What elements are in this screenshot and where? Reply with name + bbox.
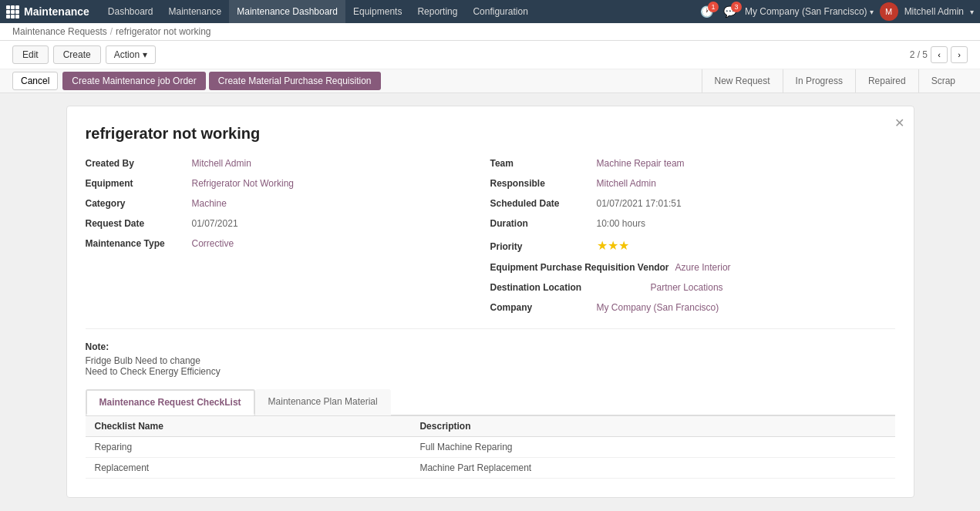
main-content: ✕ refrigerator not working Created By Mi…: [0, 93, 980, 511]
field-company: Company My Company (San Francisco): [490, 302, 895, 313]
stage-new-request[interactable]: New Request: [702, 69, 783, 92]
field-vendor: Equipment Purchase Requisition Vendor Az…: [490, 262, 895, 273]
field-priority: Priority ★★★: [490, 238, 895, 253]
tab-plan-material[interactable]: Maintenance Plan Material: [255, 389, 391, 415]
breadcrumb-current: refrigerator not working: [116, 26, 210, 37]
duration-value: 10:00 hours: [597, 218, 645, 229]
maintenance-type-value[interactable]: Corrective: [192, 238, 234, 249]
create-job-order-button[interactable]: Create Maintenance job Order: [62, 72, 205, 90]
form-fields: Created By Mitchell Admin Equipment Refr…: [86, 158, 895, 316]
menu-maintenance-dashboard[interactable]: Maintenance Dashboard: [229, 0, 345, 23]
menu-configuration[interactable]: Configuration: [465, 0, 535, 23]
chevron-down-icon: ▾: [870, 8, 874, 16]
clock-badge: 1: [708, 2, 719, 12]
chat-notification[interactable]: 💬 3: [722, 3, 739, 20]
form-title: refrigerator not working: [86, 125, 895, 143]
checklist-name-1: Reparing: [86, 437, 411, 458]
menu-equipments[interactable]: Equipments: [345, 0, 409, 23]
close-button[interactable]: ✕: [894, 116, 904, 130]
pagination: 2 / 5 ‹ ›: [910, 46, 968, 63]
col-description: Description: [410, 416, 894, 437]
pagination-prev[interactable]: ‹: [931, 46, 948, 63]
action-bar: Edit Create Action ▾ 2 / 5 ‹ ›: [0, 41, 980, 69]
pagination-text: 2 / 5: [910, 49, 928, 60]
responsible-value[interactable]: Mitchell Admin: [597, 178, 656, 189]
create-purchase-requisition-button[interactable]: Create Material Purchase Requisition: [209, 72, 381, 90]
team-value[interactable]: Machine Repair team: [597, 158, 685, 169]
created-by-value[interactable]: Mitchell Admin: [192, 158, 251, 169]
main-menu: Dashboard Maintenance Maintenance Dashbo…: [100, 0, 536, 23]
note-label: Note:: [86, 341, 895, 352]
clock-notification[interactable]: 🕐 1: [699, 3, 716, 20]
checklist-desc-2: Machine Part Replacement: [410, 458, 894, 479]
note-line-1: Fridge Bulb Need to change: [86, 355, 895, 366]
field-duration: Duration 10:00 hours: [490, 218, 895, 229]
user-avatar[interactable]: M: [880, 2, 898, 21]
menu-maintenance[interactable]: Maintenance: [161, 0, 230, 23]
form-card: ✕ refrigerator not working Created By Mi…: [66, 106, 914, 498]
table-header-row: Checklist Name Description: [86, 416, 895, 437]
stage-repaired[interactable]: Repaired: [855, 69, 918, 92]
request-date-value: 01/07/2021: [192, 218, 238, 229]
cancel-button[interactable]: Cancel: [12, 72, 58, 90]
stage-scrap[interactable]: Scrap: [918, 69, 968, 92]
tab-bar: Maintenance Request CheckList Maintenanc…: [86, 389, 895, 415]
stage-in-progress[interactable]: In Progress: [783, 69, 855, 92]
field-request-date: Request Date 01/07/2021: [86, 218, 490, 229]
company-name: My Company (San Francisco): [745, 6, 867, 17]
breadcrumb-separator: /: [110, 26, 113, 37]
priority-stars[interactable]: ★★★: [597, 238, 629, 253]
section-divider: [86, 328, 895, 329]
scheduled-date-value: 01/07/2021 17:01:51: [597, 198, 682, 209]
topnav-right: 🕐 1 💬 3 My Company (San Francisco) ▾ M M…: [699, 2, 974, 21]
table-row: Replacement Machine Part Replacement: [86, 458, 895, 479]
top-navigation: Maintenance Dashboard Maintenance Mainte…: [0, 0, 980, 23]
equipment-value[interactable]: Refrigerator Not Working: [192, 178, 295, 189]
company-selector[interactable]: My Company (San Francisco) ▾: [745, 6, 874, 17]
pagination-next[interactable]: ›: [951, 46, 968, 63]
tab-checklist[interactable]: Maintenance Request CheckList: [86, 389, 255, 415]
chat-badge: 3: [731, 2, 742, 12]
menu-reporting[interactable]: Reporting: [409, 0, 465, 23]
field-equipment: Equipment Refrigerator Not Working: [86, 178, 490, 189]
edit-button[interactable]: Edit: [12, 45, 49, 64]
breadcrumb-parent[interactable]: Maintenance Requests: [12, 26, 107, 37]
field-responsible: Responsible Mitchell Admin: [490, 178, 895, 189]
action-chevron-icon: ▾: [143, 49, 147, 60]
note-section: Note: Fridge Bulb Need to change Need to…: [86, 341, 895, 377]
checklist-name-2: Replacement: [86, 458, 411, 479]
app-brand[interactable]: Maintenance: [6, 5, 89, 18]
user-chevron-icon: ▾: [970, 8, 974, 16]
field-category: Category Machine: [86, 198, 490, 209]
table-row: Reparing Full Machine Reparing: [86, 437, 895, 458]
left-field-group: Created By Mitchell Admin Equipment Refr…: [86, 158, 490, 316]
col-checklist-name: Checklist Name: [86, 416, 411, 437]
vendor-value[interactable]: Azure Interior: [675, 262, 731, 273]
field-scheduled-date: Scheduled Date 01/07/2021 17:01:51: [490, 198, 895, 209]
checklist-desc-1: Full Machine Reparing: [410, 437, 894, 458]
field-team: Team Machine Repair team: [490, 158, 895, 169]
breadcrumb: Maintenance Requests / refrigerator not …: [0, 23, 980, 41]
checklist-table: Checklist Name Description Reparing Full…: [86, 415, 895, 479]
action-label: Action: [114, 49, 140, 60]
user-name[interactable]: Mitchell Admin: [904, 6, 964, 17]
category-value[interactable]: Machine: [192, 198, 227, 209]
menu-dashboard[interactable]: Dashboard: [100, 0, 161, 23]
grid-icon: [6, 5, 19, 18]
right-field-group: Team Machine Repair team Responsible Mit…: [490, 158, 895, 316]
stage-bar: Cancel Create Maintenance job Order Crea…: [0, 69, 980, 93]
stage-buttons: New Request In Progress Repaired Scrap: [702, 69, 968, 92]
create-button[interactable]: Create: [53, 45, 101, 64]
field-destination: Destination Location Partner Locations: [490, 282, 895, 293]
brand-name: Maintenance: [24, 5, 89, 18]
destination-value[interactable]: Partner Locations: [651, 282, 723, 293]
field-created-by: Created By Mitchell Admin: [86, 158, 490, 169]
action-dropdown[interactable]: Action ▾: [106, 45, 156, 64]
company-value[interactable]: My Company (San Francisco): [597, 302, 719, 313]
field-maintenance-type: Maintenance Type Corrective: [86, 238, 490, 249]
note-line-2: Need to Check Energy Efficiency: [86, 366, 895, 377]
